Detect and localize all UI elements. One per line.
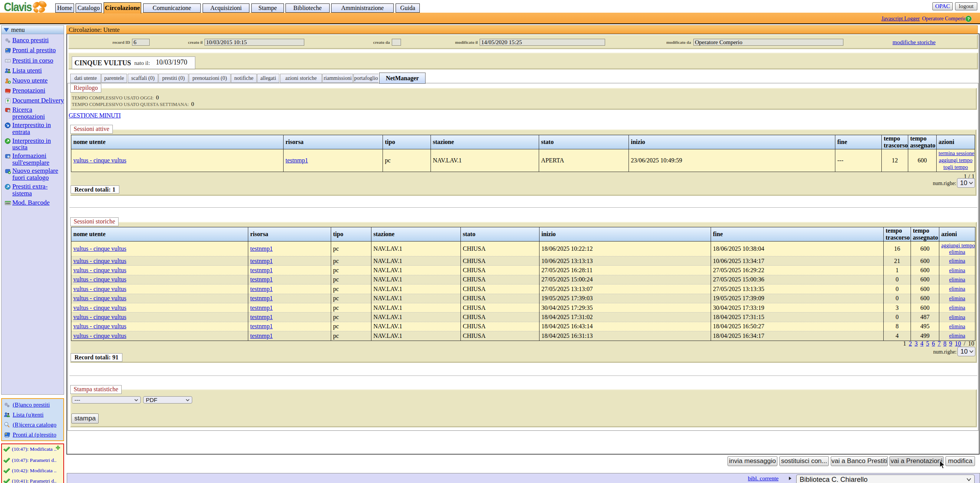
- svg-text:?: ?: [967, 17, 970, 21]
